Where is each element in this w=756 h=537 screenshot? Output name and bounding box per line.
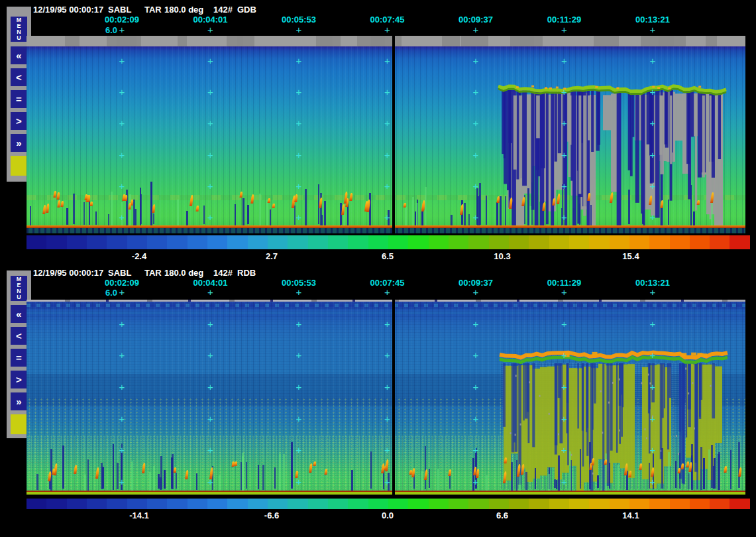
colorbar-block bbox=[268, 499, 288, 509]
colorbar-block bbox=[227, 499, 247, 509]
plus-tick: + bbox=[473, 87, 479, 97]
step-back-button[interactable]: < bbox=[11, 327, 27, 345]
forward-fast-button[interactable]: » bbox=[11, 392, 27, 410]
colorbar-block bbox=[569, 235, 589, 249]
plus-tick: + bbox=[296, 25, 302, 34]
plus-tick: + bbox=[207, 477, 213, 487]
plus-tick: + bbox=[119, 25, 125, 34]
header-target: TAR bbox=[144, 5, 162, 15]
plus-tick: + bbox=[119, 445, 125, 455]
colorbar-block bbox=[207, 499, 227, 509]
plus-tick: + bbox=[119, 287, 125, 297]
plus-tick: + bbox=[384, 477, 390, 487]
color-swatch-button[interactable] bbox=[11, 156, 27, 176]
plus-tick: + bbox=[561, 118, 567, 128]
plus-tick: + bbox=[207, 212, 213, 222]
plot-right-margin bbox=[745, 36, 750, 233]
altitude-label: 6.0 bbox=[105, 288, 117, 298]
plus-tick: + bbox=[561, 477, 567, 487]
plus-tick: + bbox=[296, 118, 302, 128]
plus-tick: + bbox=[119, 87, 125, 97]
plus-tick: + bbox=[296, 382, 302, 392]
plus-tick: + bbox=[119, 350, 125, 360]
step-back-button[interactable]: < bbox=[11, 68, 27, 86]
colorbar-label: -6.6 bbox=[264, 510, 279, 520]
pause-button[interactable]: = bbox=[11, 349, 27, 367]
plus-tick: + bbox=[561, 287, 567, 297]
plus-tick: + bbox=[207, 118, 213, 128]
panel-header: 12/19/95 00:00:17 SABL TAR 180.0 deg 142… bbox=[0, 268, 756, 277]
colorbar-label: 6.6 bbox=[496, 510, 508, 520]
colorbar-block bbox=[449, 235, 468, 249]
colorbar-block bbox=[690, 499, 710, 509]
panel-header: 12/19/95 00:00:17 SABL TAR 180.0 deg 142… bbox=[0, 5, 756, 14]
colorbar-label: 6.5 bbox=[382, 251, 394, 261]
colorbar-label: 14.1 bbox=[622, 510, 639, 520]
time-label: 00:11:29 bbox=[547, 15, 581, 25]
time-label: 00:05:53 bbox=[282, 15, 316, 25]
rewind-fast-button[interactable]: « bbox=[11, 46, 27, 64]
step-forward-button[interactable]: > bbox=[11, 371, 27, 388]
colorbar-block bbox=[449, 499, 468, 509]
plus-tick: + bbox=[561, 25, 567, 34]
plus-tick: + bbox=[296, 87, 302, 97]
colorbar-block bbox=[328, 235, 348, 249]
plus-tick: + bbox=[384, 382, 390, 392]
header-scan-count: 142# bbox=[213, 268, 233, 278]
colorbar-block bbox=[288, 235, 307, 249]
pause-button[interactable]: = bbox=[11, 90, 27, 108]
plus-tick: + bbox=[384, 445, 390, 455]
menu-button[interactable]: MENU bbox=[11, 276, 27, 301]
plus-tick: + bbox=[650, 445, 656, 455]
plus-tick: + bbox=[207, 150, 213, 160]
plus-tick: + bbox=[119, 56, 125, 66]
header-channel: RDB bbox=[237, 268, 256, 278]
color-swatch-button[interactable] bbox=[11, 414, 27, 434]
colorbar-block bbox=[46, 235, 66, 249]
plus-tick: + bbox=[650, 212, 656, 222]
colorbar bbox=[27, 499, 750, 509]
colorbar-block bbox=[670, 499, 690, 509]
header-scan-count: 142# bbox=[213, 5, 233, 15]
plus-tick: + bbox=[473, 477, 479, 487]
header-instrument: SABL bbox=[108, 5, 131, 15]
colorbar-block bbox=[308, 235, 328, 249]
plus-tick: + bbox=[119, 150, 125, 160]
plus-tick: + bbox=[561, 319, 567, 329]
header-channel: GDB bbox=[237, 5, 256, 15]
colorbar-block bbox=[368, 235, 388, 249]
plus-tick: + bbox=[384, 350, 390, 360]
colorbar-block bbox=[127, 499, 147, 509]
plus-tick: + bbox=[473, 319, 479, 329]
colorbar-block bbox=[268, 235, 288, 249]
plus-tick: + bbox=[384, 25, 390, 34]
plus-tick: + bbox=[119, 212, 125, 222]
menu-button[interactable]: MENU bbox=[11, 17, 27, 42]
colorbar-block bbox=[408, 499, 428, 509]
colorbar-block bbox=[188, 235, 207, 249]
rewind-fast-button[interactable]: « bbox=[11, 305, 27, 323]
colorbar-block bbox=[127, 235, 147, 249]
colorbar-block bbox=[328, 499, 348, 509]
colorbar-block bbox=[529, 235, 549, 249]
colorbar-label: -14.1 bbox=[129, 510, 149, 520]
ground-band bbox=[27, 492, 750, 495]
colorbar-label: 2.7 bbox=[266, 251, 278, 261]
plus-tick: + bbox=[384, 287, 390, 297]
plot-right-margin bbox=[745, 300, 750, 495]
plus-tick: + bbox=[207, 181, 213, 191]
plus-tick: + bbox=[207, 350, 213, 360]
time-label: 00:07:45 bbox=[370, 15, 404, 25]
colorbar-block bbox=[167, 499, 187, 509]
colorbar-block bbox=[388, 235, 408, 249]
plus-tick: + bbox=[384, 319, 390, 329]
plus-tick: + bbox=[561, 382, 567, 392]
colorbar-block bbox=[489, 499, 509, 509]
step-forward-button[interactable]: > bbox=[11, 112, 27, 130]
colorbar-block bbox=[308, 499, 328, 509]
colorbar-block bbox=[649, 499, 669, 509]
plus-tick: + bbox=[650, 25, 656, 34]
colorbar-label: 0.0 bbox=[382, 510, 394, 520]
colorbar-block bbox=[489, 235, 509, 249]
forward-fast-button[interactable]: » bbox=[11, 134, 27, 152]
